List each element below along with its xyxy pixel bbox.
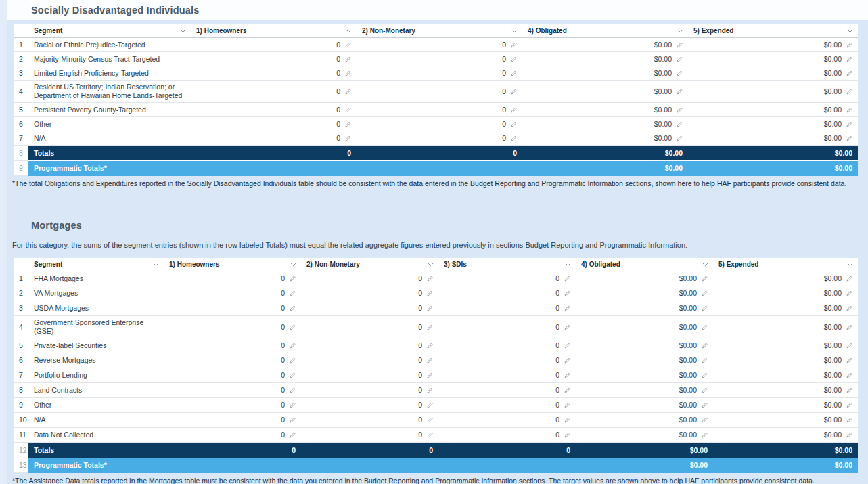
edit-pencil-icon[interactable] — [427, 357, 433, 364]
chevron-down-icon[interactable] — [346, 29, 352, 33]
edit-pencil-icon[interactable] — [290, 417, 296, 423]
chevron-down-icon[interactable] — [290, 263, 296, 267]
chevron-down-icon[interactable] — [847, 29, 853, 33]
edit-pencil-icon[interactable] — [677, 42, 683, 48]
edit-pencil-icon[interactable] — [345, 121, 351, 127]
column-header-3[interactable]: 4) Obligated — [522, 24, 688, 38]
edit-pencil-icon[interactable] — [290, 343, 296, 349]
column-header-1[interactable]: 1) Homeowners — [191, 24, 357, 38]
column-header-1[interactable]: 1) Homeowners — [164, 258, 301, 271]
edit-pencil-icon[interactable] — [702, 387, 708, 393]
edit-pencil-icon[interactable] — [511, 42, 517, 48]
edit-pencil-icon[interactable] — [846, 276, 852, 282]
edit-pencil-icon[interactable] — [564, 357, 570, 364]
edit-pencil-icon[interactable] — [511, 56, 517, 62]
edit-pencil-icon[interactable] — [511, 89, 517, 95]
chevron-down-icon[interactable] — [702, 263, 708, 267]
edit-pencil-icon[interactable] — [290, 324, 296, 330]
edit-pencil-icon[interactable] — [702, 372, 708, 378]
edit-pencil-icon[interactable] — [427, 343, 433, 349]
edit-pencil-icon[interactable] — [427, 276, 433, 282]
column-header-5[interactable]: 5) Expended — [713, 258, 858, 271]
edit-pencil-icon[interactable] — [846, 387, 852, 393]
edit-pencil-icon[interactable] — [846, 432, 852, 438]
edit-pencil-icon[interactable] — [702, 343, 708, 349]
edit-pencil-icon[interactable] — [846, 135, 852, 141]
edit-pencil-icon[interactable] — [427, 387, 433, 393]
edit-pencil-icon[interactable] — [702, 276, 708, 282]
column-header-3[interactable]: 3) SDIs — [438, 258, 576, 271]
edit-pencil-icon[interactable] — [846, 121, 852, 127]
edit-pencil-icon[interactable] — [702, 432, 708, 438]
edit-pencil-icon[interactable] — [846, 89, 852, 95]
edit-pencil-icon[interactable] — [427, 402, 433, 408]
edit-pencil-icon[interactable] — [345, 56, 351, 62]
column-header-4[interactable]: 5) Expended — [688, 24, 858, 38]
edit-pencil-icon[interactable] — [564, 372, 570, 378]
edit-pencil-icon[interactable] — [345, 135, 351, 141]
edit-pencil-icon[interactable] — [290, 387, 296, 393]
edit-pencil-icon[interactable] — [427, 372, 433, 378]
edit-pencil-icon[interactable] — [345, 107, 351, 113]
edit-pencil-icon[interactable] — [846, 372, 852, 378]
edit-pencil-icon[interactable] — [511, 135, 517, 141]
edit-pencil-icon[interactable] — [290, 432, 296, 438]
edit-pencil-icon[interactable] — [677, 107, 683, 113]
edit-pencil-icon[interactable] — [702, 402, 708, 408]
edit-pencil-icon[interactable] — [564, 387, 570, 393]
edit-pencil-icon[interactable] — [702, 290, 708, 296]
edit-pencil-icon[interactable] — [564, 402, 570, 408]
edit-pencil-icon[interactable] — [290, 402, 296, 408]
chevron-down-icon[interactable] — [180, 29, 186, 33]
edit-pencil-icon[interactable] — [846, 402, 852, 408]
column-header-2[interactable]: 2) Non-Monetary — [301, 258, 438, 271]
edit-pencil-icon[interactable] — [846, 357, 852, 364]
column-header-segment[interactable]: Segment — [28, 258, 164, 271]
edit-pencil-icon[interactable] — [677, 56, 683, 62]
edit-pencil-icon[interactable] — [702, 357, 708, 364]
edit-pencil-icon[interactable] — [677, 70, 683, 76]
column-header-2[interactable]: 2) Non-Monetary — [357, 24, 522, 38]
edit-pencil-icon[interactable] — [345, 42, 351, 48]
edit-pencil-icon[interactable] — [427, 290, 433, 296]
edit-pencil-icon[interactable] — [427, 324, 433, 330]
edit-pencil-icon[interactable] — [345, 89, 351, 95]
chevron-down-icon[interactable] — [677, 29, 683, 33]
edit-pencil-icon[interactable] — [846, 417, 852, 423]
edit-pencil-icon[interactable] — [677, 89, 683, 95]
edit-pencil-icon[interactable] — [846, 343, 852, 349]
edit-pencil-icon[interactable] — [564, 305, 570, 311]
column-header-4[interactable]: 4) Obligated — [576, 258, 713, 271]
edit-pencil-icon[interactable] — [290, 305, 296, 311]
edit-pencil-icon[interactable] — [702, 417, 708, 423]
edit-pencil-icon[interactable] — [511, 70, 517, 76]
chevron-down-icon[interactable] — [511, 29, 518, 33]
edit-pencil-icon[interactable] — [290, 276, 296, 282]
edit-pencil-icon[interactable] — [846, 70, 852, 76]
edit-pencil-icon[interactable] — [290, 357, 296, 364]
edit-pencil-icon[interactable] — [564, 276, 570, 282]
edit-pencil-icon[interactable] — [702, 324, 708, 330]
edit-pencil-icon[interactable] — [564, 324, 570, 330]
edit-pencil-icon[interactable] — [846, 290, 852, 296]
edit-pencil-icon[interactable] — [846, 324, 852, 330]
edit-pencil-icon[interactable] — [511, 121, 517, 127]
edit-pencil-icon[interactable] — [677, 135, 683, 141]
edit-pencil-icon[interactable] — [677, 121, 683, 127]
chevron-down-icon[interactable] — [565, 263, 571, 267]
edit-pencil-icon[interactable] — [702, 305, 708, 311]
edit-pencil-icon[interactable] — [511, 107, 517, 113]
edit-pencil-icon[interactable] — [846, 305, 852, 311]
chevron-down-icon[interactable] — [847, 263, 853, 267]
edit-pencil-icon[interactable] — [564, 432, 570, 438]
edit-pencil-icon[interactable] — [564, 417, 570, 423]
edit-pencil-icon[interactable] — [427, 305, 433, 311]
edit-pencil-icon[interactable] — [846, 42, 852, 48]
edit-pencil-icon[interactable] — [564, 290, 570, 296]
edit-pencil-icon[interactable] — [846, 107, 852, 113]
chevron-down-icon[interactable] — [428, 263, 434, 267]
edit-pencil-icon[interactable] — [345, 70, 351, 76]
chevron-down-icon[interactable] — [153, 263, 159, 267]
edit-pencil-icon[interactable] — [290, 372, 296, 378]
edit-pencil-icon[interactable] — [846, 56, 852, 62]
